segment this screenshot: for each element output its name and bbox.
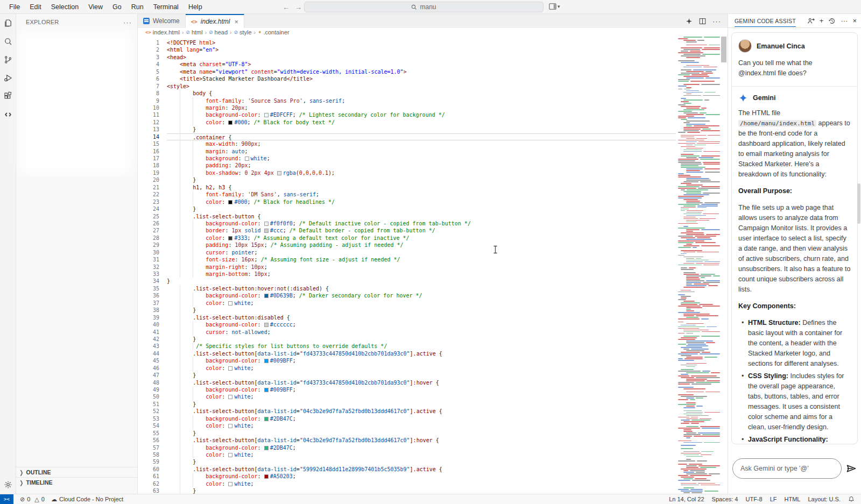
color-swatch[interactable]: [277, 171, 281, 175]
line-number[interactable]: 51: [138, 401, 159, 408]
menu-item-terminal[interactable]: Terminal: [150, 2, 182, 12]
line-number[interactable]: 63: [138, 487, 159, 494]
line-number[interactable]: 50: [138, 393, 159, 400]
code-line[interactable]: 15 max-width: 900px;: [138, 140, 728, 147]
code-line[interactable]: 30 cursor: pointer;: [138, 249, 728, 256]
code-line[interactable]: 46 color: white;: [138, 365, 728, 372]
code-line[interactable]: 3<head>: [138, 54, 728, 61]
status-item[interactable]: LF: [770, 496, 777, 502]
menu-item-help[interactable]: Help: [185, 2, 206, 12]
code-line[interactable]: 42 }: [138, 336, 728, 343]
line-number[interactable]: 32: [138, 264, 159, 271]
code-line[interactable]: 39 .list-select-button:disabled {: [138, 314, 728, 321]
code-line[interactable]: 49 background-color: #009BFF;: [138, 386, 728, 393]
color-swatch[interactable]: [264, 222, 269, 226]
outline-section[interactable]: ❯OUTLINE: [16, 467, 137, 477]
line-number[interactable]: 42: [138, 336, 159, 343]
line-number[interactable]: 36: [138, 292, 159, 299]
line-number[interactable]: 47: [138, 372, 159, 379]
code-editor[interactable]: 1<!DOCTYPE html>2<html lang="en">3<head>…: [138, 37, 728, 494]
code-line[interactable]: 28 color: #333; /* Assuming a default te…: [138, 235, 728, 242]
code-line[interactable]: 34}: [138, 278, 728, 285]
color-swatch[interactable]: [228, 301, 232, 306]
line-number[interactable]: 34: [138, 278, 159, 285]
code-line[interactable]: 19 box-shadow: 0 2px 4px rgba(0,0,0,0.1)…: [138, 169, 728, 176]
code-line[interactable]: 26 background-color: #f0f0f0; /* Default…: [138, 220, 728, 227]
color-swatch[interactable]: [264, 113, 269, 117]
tab-close-icon[interactable]: ×: [235, 18, 239, 26]
line-number[interactable]: 24: [138, 205, 159, 212]
gemini-input[interactable]: Ask Gemini or type '@': [732, 458, 842, 479]
breadcrumb-item[interactable]: ⊘style: [234, 29, 251, 36]
line-number[interactable]: 28: [138, 235, 159, 242]
status-item[interactable]: UTF-8: [745, 496, 762, 502]
color-swatch[interactable]: [264, 323, 269, 327]
color-swatch[interactable]: [228, 395, 232, 399]
line-number[interactable]: 7: [138, 83, 159, 90]
code-line[interactable]: 1<!DOCTYPE html>: [138, 39, 728, 46]
code-line[interactable]: 5 <meta name="viewport" content="width=d…: [138, 68, 728, 75]
code-line[interactable]: 59 }: [138, 458, 728, 465]
code-line[interactable]: 16 margin: auto;: [138, 148, 728, 155]
color-swatch[interactable]: [228, 200, 232, 204]
line-number[interactable]: 12: [138, 119, 159, 126]
code-line[interactable]: 57 background-color: #2DB47C;: [138, 444, 728, 451]
breadcrumb-item[interactable]: ⊘head: [209, 29, 228, 36]
line-number[interactable]: 52: [138, 408, 159, 415]
status-item[interactable]: Layout: U.S.: [808, 496, 841, 502]
color-swatch[interactable]: [264, 417, 269, 421]
line-number[interactable]: 40: [138, 321, 159, 328]
color-swatch[interactable]: [228, 366, 232, 371]
code-line[interactable]: 23 color: #000; /* Black for headlines *…: [138, 198, 728, 205]
source-control-icon[interactable]: [3, 55, 13, 65]
code-line[interactable]: 29 padding: 10px 15px; /* Assuming paddi…: [138, 242, 728, 249]
code-line[interactable]: 33 margin-bottom: 10px;: [138, 271, 728, 278]
code-line[interactable]: 21 h1, h2, h3 {: [138, 184, 728, 191]
panel-scrollbar-thumb[interactable]: [857, 183, 860, 224]
line-number[interactable]: 46: [138, 365, 159, 372]
settings-gear-icon[interactable]: [3, 480, 13, 489]
code-line[interactable]: 60 .list-select-button[data-list-id="599…: [138, 466, 728, 473]
code-line[interactable]: 35 .list-select-button:hover:not(:disabl…: [138, 285, 728, 292]
run-debug-icon[interactable]: [3, 73, 13, 83]
customize-layout-icon[interactable]: [549, 3, 556, 10]
gemini-sparkle-action-icon[interactable]: [686, 18, 693, 25]
explorer-icon[interactable]: [3, 18, 13, 28]
line-number[interactable]: 2: [138, 46, 159, 53]
code-line[interactable]: 27 border: 1px solid #ccc; /* Default bo…: [138, 227, 728, 234]
line-number[interactable]: 11: [138, 111, 159, 118]
line-number[interactable]: 49: [138, 386, 159, 393]
color-swatch[interactable]: [228, 424, 232, 428]
code-line[interactable]: 38 }: [138, 307, 728, 314]
code-line[interactable]: 32 margin-right: 10px;: [138, 264, 728, 271]
code-line[interactable]: 52 .list-select-button[data-list-id="04c…: [138, 408, 728, 415]
line-number[interactable]: 21: [138, 184, 159, 191]
code-line[interactable]: 8 body {: [138, 90, 728, 97]
menu-item-selection[interactable]: Selection: [47, 2, 82, 12]
line-number[interactable]: 54: [138, 422, 159, 429]
code-line[interactable]: 7<style>: [138, 83, 728, 90]
color-swatch[interactable]: [264, 474, 269, 479]
line-number[interactable]: 27: [138, 227, 159, 234]
editor-more-actions-icon[interactable]: ···: [712, 17, 721, 25]
line-number[interactable]: 45: [138, 357, 159, 364]
color-swatch[interactable]: [228, 236, 232, 240]
line-number[interactable]: 13: [138, 126, 159, 133]
code-line[interactable]: 6 <title>Stacked Marketer Dashboard</tit…: [138, 75, 728, 82]
gemini-code-assist-icon[interactable]: [3, 110, 13, 119]
color-swatch[interactable]: [228, 120, 232, 125]
line-number[interactable]: 56: [138, 437, 159, 444]
history-back-icon[interactable]: ←: [283, 3, 290, 11]
scrollbar-thumb[interactable]: [721, 37, 726, 62]
code-line[interactable]: 25 .list-select-button {: [138, 213, 728, 220]
code-line[interactable]: 58 color: white;: [138, 451, 728, 458]
code-line[interactable]: 41 cursor: not-allowed;: [138, 329, 728, 336]
remote-indicator[interactable]: ><: [0, 494, 13, 504]
code-line[interactable]: 14 .container {: [138, 133, 728, 140]
tab-welcome[interactable]: Welcome: [138, 14, 186, 28]
line-number[interactable]: 8: [138, 90, 159, 97]
line-number[interactable]: 37: [138, 300, 159, 307]
code-line[interactable]: 50 color: white;: [138, 393, 728, 400]
editor-scrollbar[interactable]: [720, 37, 728, 494]
code-line[interactable]: 62 color: white;: [138, 480, 728, 487]
